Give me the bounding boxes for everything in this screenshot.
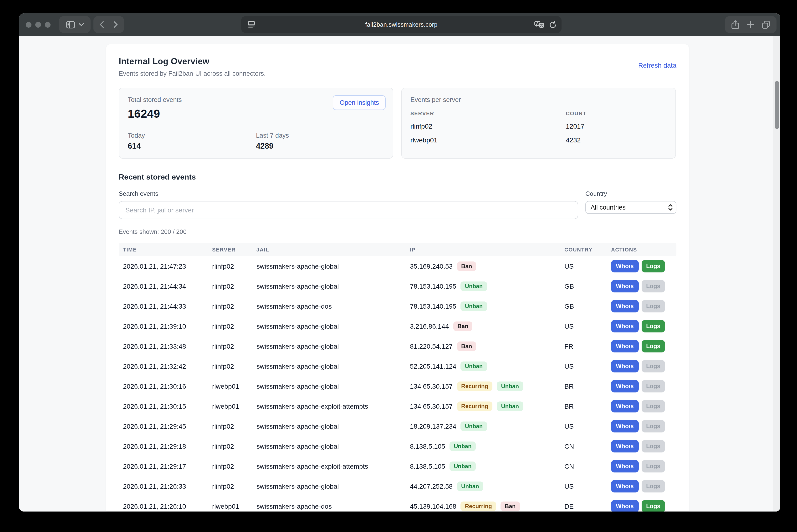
col-actions: ACTIONS (607, 243, 676, 256)
recurring-badge: Recurring (457, 381, 492, 391)
last7days-label: Last 7 days (256, 132, 384, 139)
whois-button[interactable]: Whois (611, 440, 638, 452)
stats-row: Total stored events 16249 Open insights … (119, 88, 676, 158)
logs-button[interactable]: Logs (641, 440, 665, 452)
per-server-row: rlinfp0212017 (411, 122, 667, 130)
whois-button[interactable]: Whois (611, 340, 638, 352)
tab-overview-icon[interactable] (762, 20, 770, 29)
whois-button[interactable]: Whois (611, 320, 638, 332)
whois-button[interactable]: Whois (611, 260, 638, 272)
col-country: COUNTRY (560, 243, 607, 256)
logs-button[interactable]: Logs (641, 260, 665, 272)
table-row: 2026.01.21, 21:26:33rlinfp02swissmakers-… (119, 476, 676, 496)
today-value: 614 (128, 141, 256, 151)
recent-events-heading: Recent stored events (119, 173, 676, 182)
today-label: Today (128, 132, 256, 139)
traffic-lights (26, 13, 51, 36)
table-row: 2026.01.21, 21:33:48rlinfp02swissmakers-… (119, 336, 676, 356)
whois-button[interactable]: Whois (611, 420, 638, 432)
ban-badge: Ban (453, 321, 473, 331)
logs-button[interactable]: Logs (641, 280, 665, 292)
table-header-row: TIME SERVER JAIL IP COUNTRY ACTIONS (119, 243, 676, 256)
whois-button[interactable]: Whois (611, 460, 638, 472)
unban-badge: Unban (461, 421, 487, 431)
whois-button[interactable]: Whois (611, 300, 638, 312)
logs-button[interactable]: Logs (641, 340, 665, 352)
logs-button[interactable]: Logs (641, 300, 665, 312)
whois-button[interactable]: Whois (611, 400, 638, 412)
table-row: 2026.01.21, 21:30:15rlwebp01swissmakers-… (119, 396, 676, 416)
main-content-card: Internal Log Overview Events stored by F… (106, 44, 689, 511)
col-server: SERVER (208, 243, 252, 256)
scrollbar-track[interactable] (773, 36, 780, 512)
logs-button[interactable]: Logs (641, 400, 665, 412)
country-select-value: All countries (591, 204, 626, 211)
event-ip: 134.65.30.157 (410, 382, 453, 390)
col-ip: IP (406, 243, 560, 256)
logs-button[interactable]: Logs (641, 420, 665, 432)
scrollbar-thumb[interactable] (775, 81, 779, 129)
refresh-data-link[interactable]: Refresh data (638, 61, 676, 69)
sidebar-toggle-button[interactable] (59, 16, 91, 33)
zoom-window-button[interactable] (45, 22, 51, 27)
unban-badge: Unban (461, 301, 487, 311)
logs-button[interactable]: Logs (641, 320, 665, 332)
reload-icon[interactable] (549, 21, 557, 28)
whois-button[interactable]: Whois (611, 480, 638, 492)
logs-button[interactable]: Logs (641, 460, 665, 472)
event-ip: 78.153.140.195 (410, 302, 456, 310)
table-row: 2026.01.21, 21:44:34rlinfp02swissmakers-… (119, 276, 676, 296)
page-subtitle: Events stored by Fail2ban-UI across all … (119, 70, 266, 77)
search-events-label: Search events (119, 190, 578, 197)
unban-badge: Unban (461, 281, 487, 291)
translate-icon[interactable]: A 文 (535, 21, 544, 28)
toolbar-right-pill (725, 16, 777, 33)
table-row: 2026.01.21, 21:44:33rlinfp02swissmakers-… (119, 296, 676, 316)
open-insights-button[interactable]: Open insights (333, 95, 386, 110)
whois-button[interactable]: Whois (611, 380, 638, 392)
unban-badge: Unban (450, 461, 476, 471)
whois-button[interactable]: Whois (611, 280, 638, 292)
event-ip: 8.138.5.105 (410, 462, 445, 470)
reader-view-icon[interactable] (248, 20, 255, 28)
event-ip: 134.65.30.157 (410, 402, 453, 410)
svg-text:文: 文 (540, 23, 543, 27)
logs-button[interactable]: Logs (641, 360, 665, 372)
table-row: 2026.01.21, 21:29:17rlinfp02swissmakers-… (119, 456, 676, 476)
nav-pill (93, 16, 124, 33)
table-row: 2026.01.21, 21:29:45rlinfp02swissmakers-… (119, 416, 676, 436)
share-icon[interactable] (731, 20, 739, 29)
last7days-value: 4289 (256, 141, 384, 151)
logs-button[interactable]: Logs (641, 380, 665, 392)
event-ip: 78.153.140.195 (410, 282, 456, 290)
forward-button[interactable] (109, 16, 122, 33)
unban-badge: Unban (497, 381, 523, 391)
browser-toolbar: fail2ban.swissmakers.corp A 文 (19, 13, 780, 36)
event-ip: 44.207.252.58 (410, 482, 453, 490)
event-ip: 81.220.54.127 (410, 342, 453, 350)
col-time: TIME (119, 243, 208, 256)
filters-row: Search events Country All countries (119, 190, 676, 219)
close-window-button[interactable] (26, 22, 32, 27)
minimize-window-button[interactable] (35, 22, 41, 27)
chevron-down-icon (79, 23, 84, 26)
event-ip: 35.169.240.53 (410, 262, 453, 270)
recurring-badge: Recurring (457, 401, 492, 411)
ban-badge: Ban (457, 341, 476, 351)
table-row: 2026.01.21, 21:29:18rlinfp02swissmakers-… (119, 436, 676, 456)
address-bar[interactable]: fail2ban.swissmakers.corp A 文 (241, 16, 562, 33)
country-select[interactable]: All countries (585, 201, 676, 214)
whois-button[interactable]: Whois (611, 360, 638, 372)
count-column-header: COUNT (566, 111, 667, 116)
table-row: 2026.01.21, 21:26:10rlwebp01swissmakers-… (119, 496, 676, 512)
events-per-server-card: Events per server SERVER COUNT rlinfp021… (401, 88, 676, 158)
whois-button[interactable]: Whois (611, 500, 638, 512)
logs-button[interactable]: Logs (641, 480, 665, 492)
new-tab-icon[interactable] (747, 21, 754, 28)
logs-button[interactable]: Logs (641, 500, 665, 512)
substats: Today 614 Last 7 days 4289 (128, 132, 384, 151)
search-input[interactable] (119, 201, 578, 219)
per-server-row: rlwebp014232 (411, 136, 667, 144)
page-title: Internal Log Overview (119, 57, 266, 67)
back-button[interactable] (95, 16, 108, 33)
